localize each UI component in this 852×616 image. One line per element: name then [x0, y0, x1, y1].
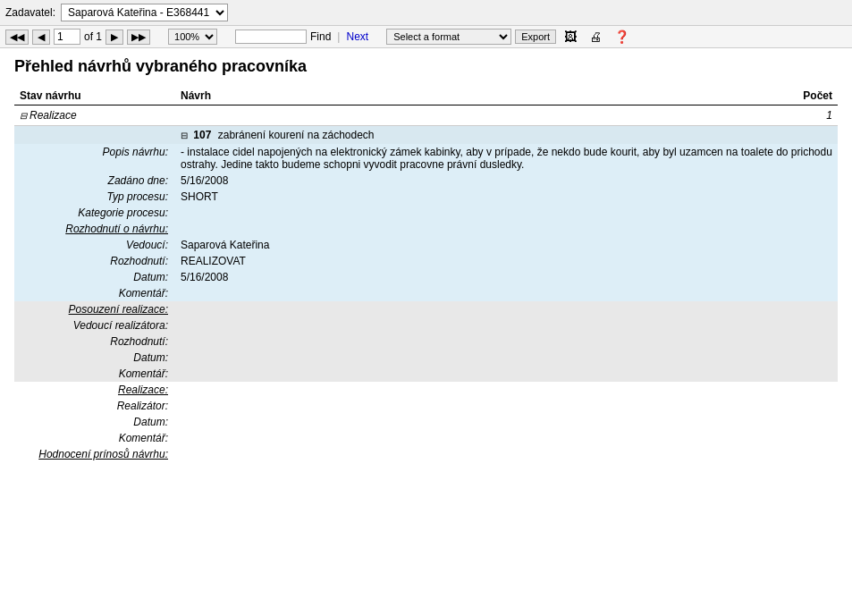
- nav-last-button[interactable]: ▶▶: [127, 30, 150, 45]
- datum4-label: Datum:: [14, 414, 175, 430]
- rozhodnuti-value: REALIZOVAT: [175, 253, 838, 269]
- detail-popis: Popis návrhu: - instalace cidel napojený…: [14, 144, 838, 173]
- detail-typ: Typ procesu: SHORT: [14, 189, 838, 205]
- detail-komentar: Komentář:: [14, 285, 838, 301]
- zadano-value: 5/16/2008: [175, 173, 838, 189]
- rozhodnuti3-label: Rozhodnutí:: [14, 333, 175, 350]
- vedouci-real-label: Vedoucí realizátora:: [14, 317, 175, 333]
- main-content: Přehled návrhů vybraného pracovníka Stav…: [0, 48, 852, 471]
- komentar4-value: [175, 430, 838, 446]
- col-pocet: Počet: [784, 87, 838, 105]
- help-icon-button[interactable]: ❓: [610, 29, 634, 45]
- realizator-label: Realizátor:: [14, 398, 175, 414]
- hodnoceni-label: Hodnocení prínosů návrhu:: [14, 446, 175, 462]
- toolbar: ◀◀ ◀ of 1 ▶ ▶▶ 100% Find | Next Select a…: [0, 26, 852, 48]
- datum-label: Datum:: [14, 269, 175, 285]
- item-header-right: [784, 126, 838, 145]
- typ-label: Typ procesu:: [14, 189, 175, 205]
- export-button[interactable]: Export: [515, 30, 556, 44]
- rozhodnuti-o-label: Rozhodnutí o návrhu:: [14, 221, 175, 237]
- report-table: Stav návrhu Návrh Počet ⊟Realizace 1 ⊟ 1…: [14, 87, 838, 462]
- format-select[interactable]: Select a format: [386, 29, 511, 45]
- posouzeni-value: [175, 301, 838, 317]
- zoom-select[interactable]: 100%: [168, 29, 217, 45]
- komentar3-value: [175, 366, 838, 382]
- detail-realizace-header: Realizace:: [14, 382, 838, 398]
- item-header-row: ⊟ 107 zabránení kourení na záchodech: [14, 126, 838, 145]
- group-count: 1: [784, 105, 838, 126]
- vedouci-real-value: [175, 317, 838, 333]
- detail-datum3: Datum:: [14, 350, 838, 366]
- detail-zadano: Zadáno dne: 5/16/2008: [14, 173, 838, 189]
- kategorie-label: Kategorie procesu:: [14, 205, 175, 221]
- realizace-label: Realizace:: [14, 382, 175, 398]
- col-navrh: Návrh: [175, 87, 784, 105]
- vedouci-value: Saparová Kateřina: [175, 237, 838, 253]
- detail-rozhodnuti3: Rozhodnutí:: [14, 333, 838, 350]
- print-icon-button[interactable]: 🖨: [585, 29, 606, 45]
- detail-posouzeni: Posouzení realizace:: [14, 301, 838, 317]
- col-stav: Stav návrhu: [14, 87, 175, 105]
- datum4-value: [175, 414, 838, 430]
- nav-first-button[interactable]: ◀◀: [5, 30, 29, 45]
- realizator-value: [175, 398, 838, 414]
- datum-value: 5/16/2008: [175, 269, 838, 285]
- detail-komentar4: Komentář:: [14, 430, 838, 446]
- zadavatel-select[interactable]: Saparová Kateřina - E368441: [61, 4, 228, 21]
- detail-datum: Datum: 5/16/2008: [14, 269, 838, 285]
- datum3-label: Datum:: [14, 350, 175, 366]
- nav-next-button[interactable]: ▶: [105, 30, 123, 45]
- find-label: Find: [310, 30, 331, 43]
- separator: |: [337, 30, 340, 43]
- group-navrh-empty: [175, 105, 784, 126]
- komentar-value: [175, 285, 838, 301]
- rozhodnuti3-value: [175, 333, 838, 350]
- zadavatel-label: Zadavatel:: [5, 6, 55, 19]
- item-header-left: [14, 126, 175, 145]
- item-title: zabránení kourení na záchodech: [218, 129, 375, 141]
- rozhodnuti-label: Rozhodnutí:: [14, 253, 175, 269]
- page-of-label: of 1: [84, 30, 102, 43]
- group-row: ⊟Realizace 1: [14, 105, 838, 126]
- hodnoceni-value: [175, 446, 838, 462]
- popis-value: - instalace cidel napojených na elektron…: [175, 144, 838, 173]
- detail-vedouci-real: Vedoucí realizátora:: [14, 317, 838, 333]
- item-id: 107: [193, 129, 211, 141]
- komentar4-label: Komentář:: [14, 430, 175, 446]
- detail-rozhodnuti-o: Rozhodnutí o návrhu:: [14, 221, 838, 237]
- image-icon-button[interactable]: 🖼: [560, 29, 581, 45]
- detail-hodnoceni: Hodnocení prínosů návrhu:: [14, 446, 838, 462]
- kategorie-value: [175, 205, 838, 221]
- posouzeni-label: Posouzení realizace:: [14, 301, 175, 317]
- nav-prev-button[interactable]: ◀: [32, 30, 50, 45]
- zadano-label: Zadáno dne:: [14, 173, 175, 189]
- item-expand-icon[interactable]: ⊟: [181, 131, 188, 140]
- typ-value: SHORT: [175, 189, 838, 205]
- detail-kategorie: Kategorie procesu:: [14, 205, 838, 221]
- popis-label: Popis návrhu:: [14, 144, 175, 173]
- datum3-value: [175, 350, 838, 366]
- komentar-label: Komentář:: [14, 285, 175, 301]
- detail-rozhodnuti: Rozhodnutí: REALIZOVAT: [14, 253, 838, 269]
- top-bar: Zadavatel: Saparová Kateřina - E368441: [0, 0, 852, 26]
- find-input[interactable]: [235, 30, 307, 44]
- group-name: ⊟Realizace: [14, 105, 175, 126]
- detail-komentar3: Komentář:: [14, 366, 838, 382]
- detail-datum4: Datum:: [14, 414, 838, 430]
- detail-realizator: Realizátor:: [14, 398, 838, 414]
- vedouci-label: Vedoucí:: [14, 237, 175, 253]
- item-header-title: ⊟ 107 zabránení kourení na záchodech: [175, 126, 784, 145]
- next-label[interactable]: Next: [346, 30, 368, 43]
- page-title: Přehled návrhů vybraného pracovníka: [14, 57, 838, 76]
- realizace-value: [175, 382, 838, 398]
- komentar3-label: Komentář:: [14, 366, 175, 382]
- rozhodnuti-o-value: [175, 221, 838, 237]
- page-number-input[interactable]: [54, 29, 80, 45]
- group-expand-icon[interactable]: ⊟: [20, 111, 27, 121]
- detail-vedouci: Vedoucí: Saparová Kateřina: [14, 237, 838, 253]
